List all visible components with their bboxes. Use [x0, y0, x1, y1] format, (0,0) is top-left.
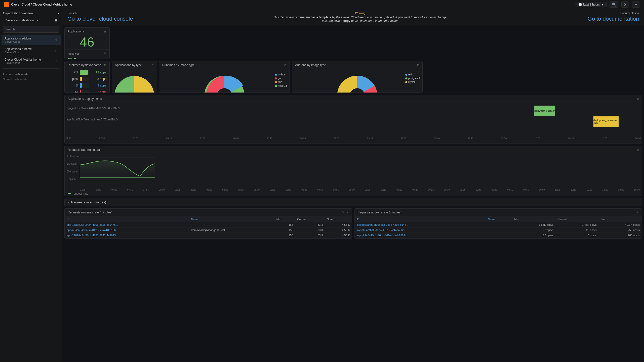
table-runtimes-title: Requests runtimes rate (minutes)	[68, 211, 112, 214]
clock-icon: 🕐	[578, 3, 582, 6]
y-axis-labels: 1.5K ops/m 1K ops/m 500 ops/m 0 ops/m	[67, 155, 79, 180]
docs-link[interactable]: Go to documentation	[588, 16, 639, 22]
table-row[interactable]: elasticsearch-2f168eca-9e32-4a92-814c-..…	[354, 222, 642, 228]
panel-runtimes-by-image: Runtimes by image type ⟳	[159, 61, 290, 93]
row-id[interactable]: app-22826a24-58c4-4733-8647-4e2b13...	[65, 233, 189, 238]
col-id: ID	[65, 216, 189, 222]
table-row[interactable]: app-a04ca04f-843a-40b1-8e2a-10f9136... d…	[65, 228, 352, 233]
bar-fill	[80, 90, 81, 93]
sidebar-item-applications-runtime[interactable]: Applications runtime Clever Cloud ☆	[2, 46, 61, 56]
requests-rate-section: ▾ Requests rate (minutes)	[64, 198, 642, 206]
sidebar-item-sub-1: Clever Cloud	[5, 51, 32, 54]
sidebar-item-applications-addons[interactable]: Applications addons Clever Cloud ☆	[2, 35, 61, 45]
sidebar-item-dashboards[interactable]: Clever cloud dashboards ⊞	[2, 17, 61, 24]
sidebar-item-sub-2: Clever Cloud	[5, 61, 41, 64]
bar-count: 2 apps	[91, 90, 106, 93]
table-row[interactable]: mysql-7c0a19d1-48b1-481e-b1ed-7682-... 1…	[354, 233, 642, 238]
bar-fill	[80, 70, 88, 75]
row-name: demo-nodejs-mongodb-rest	[189, 228, 274, 233]
col-sum: Sum ↑	[325, 216, 352, 222]
bar-track	[80, 90, 89, 93]
row5-tables: Requests runtimes rate (minutes) ⟳ ⤢ ID …	[64, 208, 642, 239]
zoom-button[interactable]: 🔍	[610, 2, 618, 8]
requests-rate-icon[interactable]: ⊞	[636, 148, 639, 152]
row-addon-current: 6 ops/s	[555, 233, 599, 238]
bar-count: 3 apps	[91, 84, 106, 87]
runtimes-data-table: ID Name Max Current Sum ↑ app-15a6c25b-3…	[65, 216, 352, 238]
row-addon-id[interactable]: mysql-2aa92ff8-fee4-4781-84eb-ffa36e-...	[354, 228, 486, 233]
bar-track	[80, 70, 89, 75]
row-max: 158	[274, 228, 295, 233]
table-runtimes-header-row: ID Name Max Current Sum ↑	[65, 216, 352, 222]
panel-runtimes-by-image-title: Runtimes by image type	[162, 63, 195, 67]
star-icon-0[interactable]: ☆	[55, 38, 58, 42]
refresh-icon-1[interactable]: ⟳	[151, 64, 154, 67]
panel-applications: Applications ⊞ 46 Instances ⟳ 51	[64, 27, 110, 59]
panel-apps-by-type: Applications by type ⟳ Add-ons 22	[112, 61, 157, 93]
clever-cloud-logo	[4, 2, 9, 7]
settings-button[interactable]: ▼	[632, 2, 640, 8]
sidebar-item-title-1: Applications runtime	[5, 47, 32, 51]
row-sum: 4.55 K	[325, 228, 352, 233]
fav-header: Favorite dashboards	[0, 71, 62, 77]
refresh-icon-2[interactable]: ⟳	[284, 64, 287, 67]
search-input[interactable]	[3, 26, 59, 33]
refresh-instances-icon[interactable]: ⟳	[104, 52, 106, 55]
collapse-icon[interactable]: ▾	[68, 201, 69, 204]
warning-title: Warning	[272, 12, 448, 15]
sidebar: Organization overview ▾ Clever cloud das…	[0, 9, 62, 362]
instances-sub: Instances ⟳ 51	[65, 50, 109, 59]
row-name	[189, 222, 274, 228]
instances-label: Instances	[68, 52, 79, 55]
requests-rate-chart: 1.5K ops/m 1K ops/m 500 ops/m 0 ops/m	[65, 153, 642, 188]
row-addon-id[interactable]: mysql-7c0a19d1-48b1-481e-b1ed-7682-...	[354, 233, 486, 238]
row-addon-id[interactable]: elasticsearch-2f168eca-9e32-4a92-814c-..…	[354, 222, 486, 228]
table-row[interactable]: mysql-2aa92ff8-fee4-4781-84eb-ffa36e-...…	[354, 228, 642, 233]
expand-table-icon[interactable]: ⤢	[346, 211, 349, 214]
warning-text: This dashboard is generated as a templat…	[272, 16, 448, 23]
y-label-0: 0 ops/m	[67, 178, 79, 180]
bar-fill	[80, 77, 82, 81]
panel-flavors-icon[interactable]: ⊞	[104, 64, 106, 67]
sidebar-section-header[interactable]: Organization overview ▾	[0, 9, 62, 17]
time-range-picker[interactable]: 🕐 Last 3 hours ▼	[576, 2, 607, 7]
bar-row-xs: XS 13 apps	[68, 70, 106, 75]
sidebar-dashboards-icon: ⊞	[55, 19, 58, 22]
sidebar-item-title-0: Applications addons	[5, 37, 31, 40]
deployments-icon[interactable]: ⊞	[636, 97, 639, 101]
sidebar-search-container	[0, 24, 62, 35]
table-row[interactable]: app-22826a24-58c4-4733-8647-4e2b13... 15…	[65, 233, 352, 238]
panel-addons-icon[interactable]: ⊞	[417, 64, 419, 67]
row-addon-name	[486, 233, 512, 238]
console-link[interactable]: Go to clever-cloud console	[67, 16, 133, 22]
addons-data-table: ID Name Max Current Sum ↑ elasticsearch-…	[354, 216, 642, 238]
col-addon-max: Max	[512, 216, 555, 222]
deploy-app-label-1: app_aa613e38-a9a4-48a6-8117-f9cd80a61b99	[67, 107, 119, 110]
row-max: 158	[274, 222, 295, 228]
top-bar: Clever Cloud / Clever Cloud Metrics home…	[0, 0, 644, 9]
panel-requests-rate: Requests rate (minutes) ⊞ 1.5K ops/m 1K …	[64, 146, 642, 196]
row-addon-name	[486, 228, 512, 233]
row-addon-current: 1.48K ops/s	[555, 222, 599, 228]
panel-requests-rate-header: Requests rate (minutes) ⊞	[65, 146, 642, 153]
deploy-x-axis: 07:4007:5008:0008:1008:2008:3008:4008:50…	[65, 137, 642, 140]
star-icon-2[interactable]: ☆	[55, 59, 58, 63]
row-id[interactable]: app-a04ca04f-843a-40b1-8e2a-10f9136...	[65, 228, 189, 233]
legend-line	[68, 193, 71, 194]
panel-apps-by-type-header: Applications by type ⟳	[112, 61, 157, 68]
dashboard-grid: Applications ⊞ 46 Instances ⟳ 51	[62, 25, 644, 362]
table-runtimes-actions: ⟳ ⤢	[342, 211, 349, 214]
row-id[interactable]: app-15a6c25b-3424-4e0e-aa15-c81478...	[65, 222, 189, 228]
panel-applications-icon[interactable]: ⊞	[104, 30, 106, 33]
refresh-button[interactable]: ⟳	[621, 2, 629, 8]
table-row[interactable]: app-15a6c25b-3424-4e0e-aa15-c81478... 15…	[65, 222, 352, 228]
expand-addons-table-icon[interactable]: ⤢	[636, 211, 639, 214]
star-icon-1[interactable]: ☆	[55, 49, 58, 52]
sidebar-item-metrics-home[interactable]: Clever Cloud Metrics home Clever Cloud ☆	[2, 56, 61, 66]
bar-fill	[80, 83, 82, 88]
fav-sub: Starred dashboards	[0, 77, 62, 82]
bar-label: pico	[68, 77, 78, 81]
row-addon-sum: 49.9K ops/s	[598, 222, 642, 228]
refresh-table-icon[interactable]: ⟳	[342, 211, 344, 214]
legend-mysql: mysql	[408, 81, 415, 83]
